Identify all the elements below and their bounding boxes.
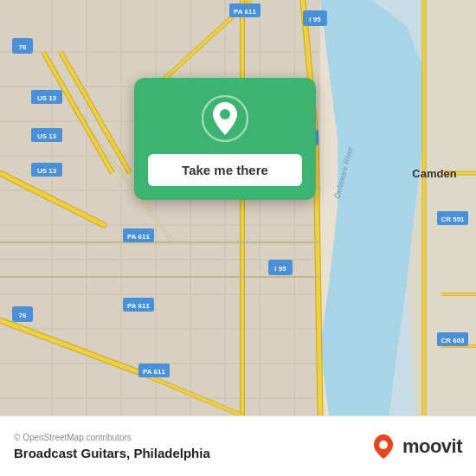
svg-text:PA 611: PA 611	[127, 302, 150, 310]
map-container: 76 76 I 95 I 95 I 95 US 13 US 13 US 13 P…	[0, 0, 476, 415]
svg-text:CR 551: CR 551	[441, 215, 465, 223]
svg-text:PA 611: PA 611	[143, 368, 165, 376]
svg-text:US 13: US 13	[37, 167, 57, 175]
bottom-left: © OpenStreetMap contributors Broadcast G…	[14, 433, 210, 460]
attribution-text: © OpenStreetMap contributors	[14, 433, 210, 442]
location-pin-icon	[202, 95, 248, 142]
moovit-logo: moovit	[370, 433, 462, 460]
svg-text:PA 611: PA 611	[234, 8, 256, 16]
svg-text:US 13: US 13	[37, 132, 57, 140]
svg-text:PA 611: PA 611	[127, 233, 150, 241]
svg-text:I 95: I 95	[274, 265, 286, 273]
svg-text:76: 76	[19, 43, 27, 51]
svg-text:US 13: US 13	[37, 94, 57, 102]
map-svg: 76 76 I 95 I 95 I 95 US 13 US 13 US 13 P…	[0, 0, 476, 415]
svg-text:Camden: Camden	[412, 167, 456, 180]
popup-card: Take me there	[134, 78, 316, 200]
moovit-brand-text: moovit	[402, 435, 462, 458]
svg-point-86	[379, 441, 388, 449]
svg-text:CR 603: CR 603	[441, 337, 465, 344]
svg-point-85	[220, 109, 230, 119]
take-me-there-button[interactable]: Take me there	[148, 154, 302, 186]
moovit-icon	[370, 433, 397, 460]
location-name: Broadcast Guitars, Philadelphia	[14, 446, 210, 460]
bottom-bar: © OpenStreetMap contributors Broadcast G…	[0, 415, 476, 476]
svg-text:I 95: I 95	[309, 16, 321, 23]
svg-text:76: 76	[19, 312, 27, 319]
